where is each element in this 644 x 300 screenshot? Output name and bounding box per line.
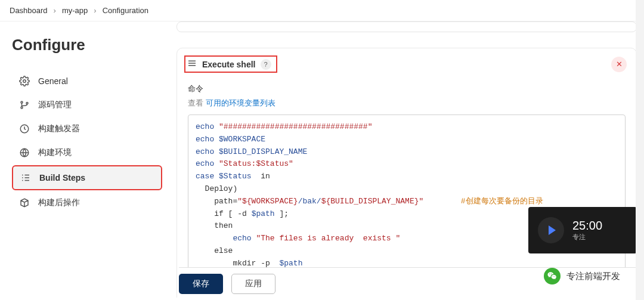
sidebar-item-scm[interactable]: 源码管理 — [12, 94, 162, 116]
clock-icon — [19, 123, 30, 134]
sidebar-item-label: Build Steps — [39, 173, 85, 183]
main-content: Execute shell ? ✕ 命令 查看 可用的环境变量列表 echo "… — [167, 21, 644, 298]
page-title: Configure — [12, 36, 162, 54]
help-icon[interactable]: ? — [261, 59, 271, 70]
wechat-watermark: 专注前端开发 — [544, 268, 620, 284]
sidebar-item-triggers[interactable]: 构建触发器 — [12, 117, 162, 140]
sidebar-item-post-build[interactable]: 构建后操作 — [12, 191, 162, 214]
svg-point-1 — [21, 101, 23, 103]
svg-point-2 — [21, 107, 23, 109]
breadcrumb-item[interactable]: Dashboard — [10, 6, 48, 15]
svg-point-3 — [26, 103, 28, 104]
branch-icon — [19, 100, 30, 110]
scrollbar-track[interactable] — [636, 0, 644, 300]
breadcrumb-item[interactable]: Configuration — [103, 6, 148, 15]
sidebar-item-label: 构建触发器 — [38, 123, 80, 134]
wechat-icon — [544, 268, 561, 284]
chevron-right-icon: › — [54, 6, 56, 15]
previous-card-clipped — [177, 21, 637, 32]
sidebar-item-label: 构建环境 — [38, 147, 72, 158]
sidebar-item-label: 构建后操作 — [38, 197, 80, 208]
drag-handle-icon[interactable] — [187, 58, 197, 70]
timer-value: 25:00 — [572, 219, 602, 233]
gear-icon — [19, 76, 30, 86]
sidebar-item-general[interactable]: General — [12, 70, 162, 92]
breadcrumb-item[interactable]: my-app — [62, 6, 88, 15]
package-icon — [19, 197, 30, 208]
play-icon[interactable] — [538, 217, 564, 243]
globe-icon — [19, 147, 30, 158]
env-vars-hint: 查看 可用的环境变量列表 — [188, 98, 626, 109]
build-step-header: Execute shell ? ✕ — [177, 48, 636, 80]
build-step-title: Execute shell — [202, 60, 256, 69]
sidebar-item-label: 源码管理 — [38, 100, 72, 110]
save-button[interactable]: 保存 — [179, 274, 223, 294]
env-vars-link[interactable]: 可用的环境变量列表 — [206, 98, 275, 107]
command-field-label: 命令 — [188, 83, 626, 94]
close-icon: ✕ — [616, 60, 623, 69]
timer-label: 专注 — [572, 233, 602, 242]
steps-icon — [20, 172, 31, 183]
sidebar-item-environment[interactable]: 构建环境 — [12, 141, 162, 164]
svg-point-0 — [23, 80, 26, 83]
sidebar: Configure General 源码管理 构建触发器 构建环境 Build … — [0, 21, 167, 298]
focus-timer-overlay[interactable]: 25:00 专注 — [528, 207, 637, 253]
build-step-card: Execute shell ? ✕ 命令 查看 可用的环境变量列表 echo "… — [177, 48, 637, 298]
sidebar-item-label: General — [38, 76, 68, 86]
remove-step-button[interactable]: ✕ — [611, 57, 627, 72]
apply-button[interactable]: 应用 — [231, 274, 275, 294]
chevron-right-icon: › — [94, 6, 96, 15]
sidebar-item-build-steps[interactable]: Build Steps — [12, 165, 162, 190]
wechat-label: 专注前端开发 — [566, 271, 620, 282]
breadcrumb: Dashboard › my-app › Configuration — [0, 0, 644, 21]
